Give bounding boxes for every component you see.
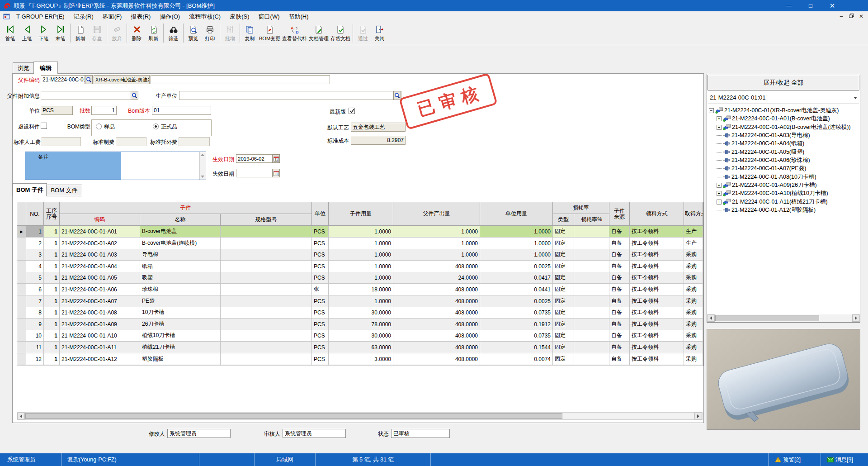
cell-unit_usage[interactable]: 0.1912 [480,319,553,330]
parent-extra-field[interactable] [151,75,330,84]
cell-no[interactable]: 11 [26,342,44,353]
header-col-unit-usage[interactable]: 单位用量 [480,202,553,226]
cell-source[interactable]: 自备 [609,353,630,365]
cell-picking[interactable]: 按工令领料 [630,342,684,353]
cell-no[interactable]: 12 [26,353,44,365]
cell-name[interactable]: 珍珠棉 [140,284,221,295]
cell-picking[interactable]: 按工令领料 [630,261,684,272]
tree-item[interactable]: +21-M2224-00C-01-A01(B-cover电池盖) [708,114,859,123]
cell-unit[interactable]: 张 [312,284,329,295]
cell-loss_type[interactable]: 固定 [553,284,574,295]
tab-browse[interactable]: 浏览 [13,62,34,74]
cell-seq[interactable]: 1 [44,319,60,330]
cell-loss_type[interactable]: 固定 [553,342,574,353]
cell-picking[interactable]: 按工令领料 [630,226,684,238]
expand-icon[interactable]: + [717,191,722,196]
cell-loss_type[interactable]: 固定 [553,226,574,238]
cell-parent_out[interactable]: 408.0000 [393,319,480,330]
cell-source[interactable]: 自备 [609,330,630,342]
header-col-picking[interactable]: 领料方式 [630,202,684,226]
cell-no[interactable]: 6 [26,284,44,295]
cell-unit[interactable]: PCS [312,319,329,330]
row-indicator[interactable] [17,342,26,353]
cell-no[interactable]: 9 [26,319,44,330]
cell-qty[interactable]: 1.0000 [329,272,393,284]
cell-unit[interactable]: PCS [312,226,329,238]
cell-seq[interactable]: 1 [44,307,60,319]
row-indicator[interactable] [17,272,26,284]
copy-button[interactable]: 复制 [241,23,258,42]
cell-seq[interactable]: 1 [44,249,60,261]
cell-loss_rate[interactable] [574,238,609,249]
cell-loss_type[interactable]: 固定 [553,319,574,330]
cell-qty[interactable]: 78.0000 [329,319,393,330]
cell-code[interactable]: 21-M2224-00C-01-A09 [60,319,140,330]
cell-acquire[interactable]: 采购 [684,319,703,330]
cell-seq[interactable]: 1 [44,226,60,238]
cell-spec[interactable] [221,238,312,249]
tree-scroll-left-icon[interactable] [707,314,715,322]
row-indicator[interactable] [17,307,26,319]
header-col-loss-type[interactable]: 类型 [553,214,574,226]
row-indicator[interactable] [17,238,26,249]
menu-item[interactable]: 界面(F) [98,11,127,22]
cell-code[interactable]: 21-M2224-00C-01-A10 [60,330,140,342]
cell-source[interactable]: 自备 [609,319,630,330]
cell-acquire[interactable]: 采购 [684,307,703,319]
tree-scroll-right-icon[interactable] [852,314,860,322]
cell-unit_usage[interactable]: 0.0735 [480,307,553,319]
cell-no[interactable]: 7 [26,295,44,307]
cell-unit[interactable]: PCS [312,249,329,261]
tree-item[interactable]: 21-M2224-00C-01-A12(塑胶隔板) [708,206,859,214]
header-col-seq[interactable]: 工序 序号 [44,202,60,226]
cell-unit_usage[interactable]: 1.0000 [480,226,553,238]
expand-icon[interactable]: + [717,183,722,188]
combo-dropdown-icon[interactable] [852,92,859,103]
cell-name[interactable]: 26刀卡槽 [140,319,221,330]
cell-loss_rate[interactable] [574,226,609,238]
filter-button[interactable]: 筛选 [165,23,182,42]
cell-name[interactable]: PE袋 [140,295,221,307]
cell-acquire[interactable]: 采购 [684,284,703,295]
cell-spec[interactable] [221,261,312,272]
tree-item[interactable]: −21-M2224-00C-01(XR-B-cover电池盖-奥迪灰) [708,106,859,114]
stock-doc-button[interactable]: 存货文档 [330,23,351,42]
header-col-loss-rate[interactable]: 损耗率% [574,214,609,226]
cell-unit_usage[interactable]: 0.0441 [480,284,553,295]
row-indicator[interactable] [17,284,26,295]
effective-date-field[interactable]: 2019-06-02 [236,154,273,163]
scroll-right-icon[interactable] [694,413,702,419]
cell-name[interactable]: 吸塑 [140,272,221,284]
cell-source[interactable]: 自备 [609,272,630,284]
scrollbar-thumb[interactable] [25,413,562,419]
cell-qty[interactable]: 30.0000 [329,330,393,342]
cell-qty[interactable]: 63.0000 [329,342,393,353]
cell-qty[interactable]: 30.0000 [329,307,393,319]
cell-parent_out[interactable]: 408.0000 [393,261,480,272]
tree-item[interactable]: 21-M2224-00C-01-A03(导电棉) [708,131,859,139]
mdi-close-icon[interactable]: ✕ [856,12,866,21]
row-indicator[interactable] [17,249,26,261]
cell-picking[interactable]: 按工令领料 [630,249,684,261]
tree-item[interactable]: 21-M2224-00C-01-A08(10刀卡槽) [708,173,859,181]
tree-scrollbar-thumb[interactable] [715,315,819,321]
print-button[interactable]: 打印 [202,23,218,42]
cell-acquire[interactable]: 采购 [684,330,703,342]
cell-loss_type[interactable]: 固定 [553,307,574,319]
cell-acquire[interactable]: 生产 [684,238,703,249]
cell-no[interactable]: 10 [26,330,44,342]
cell-source[interactable]: 自备 [609,226,630,238]
cell-spec[interactable] [221,249,312,261]
cell-seq[interactable]: 1 [44,342,60,353]
cell-loss_rate[interactable] [574,330,609,342]
header-col-code[interactable]: 编码 [60,214,140,226]
first-record-button[interactable]: 首笔 [2,23,19,42]
menu-item[interactable]: 操作(O) [155,11,184,22]
cell-unit[interactable]: PCS [312,307,329,319]
cell-source[interactable]: 自备 [609,249,630,261]
header-col-selector[interactable] [17,202,26,226]
cell-unit[interactable]: PCS [312,342,329,353]
cell-no[interactable]: 1 [26,226,44,238]
cell-loss_rate[interactable] [574,249,609,261]
row-indicator[interactable] [17,261,26,272]
